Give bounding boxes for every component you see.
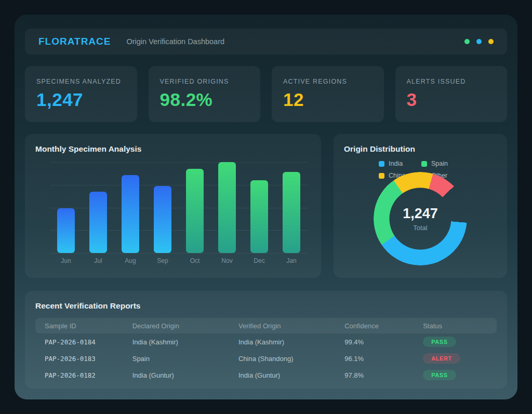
donut-chart: 1,247 Total [374,172,467,265]
x-tick-aug: Aug [114,257,147,264]
bar-chart-x-axis: JunJulAugSepOctNovDecJan [50,257,308,264]
window-dot-1[interactable] [476,39,482,44]
bar-chart-plot [50,162,308,253]
table-row[interactable]: PAP-2026-0183SpainChina (Shandong)96.1%A… [35,350,497,367]
stat-label: ACTIVE REGIONS [283,78,373,85]
bar-column-jan [275,162,308,253]
window-dot-2[interactable] [488,39,494,44]
cell-verified-origin: India (Guntur) [229,371,335,379]
column-header-2: Verified Origin [229,322,335,330]
bar-column-sep [147,162,179,253]
column-header-3: Confidence [335,322,414,330]
status-badge: PASS [423,370,456,380]
cell-status: ALERT [414,353,497,364]
x-tick-nov: Nov [211,257,243,264]
status-badge: ALERT [423,353,460,364]
bar-column-aug [114,162,147,253]
cell-sample-id: PAP-2026-0183 [35,355,123,363]
legend-item-spain[interactable]: Spain [421,160,462,167]
stat-value: 1,247 [36,89,126,110]
cell-status: PASS [414,370,497,380]
column-header-4: Status [414,322,497,330]
x-tick-sep: Sep [147,257,179,264]
dashboard-container: FLORATRACE Origin Verification Dashboard… [15,15,517,399]
header-subtitle: Origin Verification Dashboard [126,37,224,46]
app-header: FLORATRACE Origin Verification Dashboard [25,29,507,55]
bar-column-jul [82,162,114,253]
cell-confidence: 96.1% [335,355,414,363]
cell-sample-id: PAP-2026-0184 [35,338,123,346]
bar-column-jun [50,162,82,253]
window-control-dots [464,39,494,44]
cell-status: PASS [414,337,497,347]
donut-chart-title: Origin Distribution [344,144,497,154]
x-tick-oct: Oct [179,257,211,264]
table-row[interactable]: PAP-2026-0182India (Guntur)India (Guntur… [35,367,497,383]
bar-oct [186,169,204,253]
x-tick-dec: Dec [243,257,275,264]
bar-aug [122,175,139,253]
bar-chart-title: Monthly Specimen Analysis [35,144,311,154]
bar-column-dec [243,162,275,253]
column-header-1: Declared Origin [123,322,229,330]
stat-value: 98.2% [160,89,249,110]
bar-chart-card: Monthly Specimen Analysis JunJulAugSepOc… [25,134,321,278]
stat-card-0: SPECIMENS ANALYZED1,247 [25,66,137,122]
stat-label: ALERTS ISSUED [407,78,496,85]
x-tick-jul: Jul [82,257,114,264]
bar-nov [218,162,236,253]
legend-item-india[interactable]: India [379,160,419,167]
legend-swatch-spain [421,161,427,167]
donut-center: 1,247 Total [374,172,467,265]
stats-row: SPECIMENS ANALYZED1,247VERIFIED ORIGINS9… [25,66,507,122]
table-row[interactable]: PAP-2026-0184India (Kashmir)India (Kashm… [35,333,497,350]
table-header-row: Sample IDDeclared OriginVerified OriginC… [35,318,497,333]
stat-card-1: VERIFIED ORIGINS98.2% [149,66,261,122]
reports-card: Recent Verification Reports Sample IDDec… [25,291,507,389]
legend-label: India [389,160,403,167]
stat-label: VERIFIED ORIGINS [160,78,249,85]
bar-jun [57,208,75,253]
cell-confidence: 99.4% [335,338,414,346]
cell-verified-origin: India (Kashmir) [229,338,335,346]
donut-total-value: 1,247 [403,206,438,222]
table-body: PAP-2026-0184India (Kashmir)India (Kashm… [35,333,497,383]
stat-card-2: ACTIVE REGIONS12 [272,66,384,122]
status-badge: PASS [423,337,456,347]
charts-row: Monthly Specimen Analysis JunJulAugSepOc… [25,134,507,278]
bar-sep [154,186,171,253]
legend-swatch-india [379,161,384,167]
cell-declared-origin: Spain [123,355,229,363]
x-tick-jan: Jan [275,257,308,264]
bars-group [50,162,308,253]
cell-declared-origin: India (Kashmir) [123,338,229,346]
stat-label: SPECIMENS ANALYZED [36,78,126,85]
bar-dec [250,180,268,253]
bar-column-nov [211,162,243,253]
stat-value: 3 [407,89,496,110]
bar-column-oct [179,162,211,253]
cell-sample-id: PAP-2026-0182 [35,371,123,379]
donut-total-label: Total [413,224,427,232]
legend-label: Spain [431,160,448,167]
column-header-0: Sample ID [35,322,123,330]
stat-value: 12 [283,89,373,110]
cell-confidence: 97.8% [335,371,414,379]
bar-jul [89,192,107,253]
x-tick-jun: Jun [50,257,82,264]
gridline [50,253,308,253]
bar-jan [283,172,300,253]
reports-title: Recent Verification Reports [35,301,497,311]
donut-chart-card: Origin Distribution IndiaSpainChinaOther… [334,134,507,278]
brand-logo: FLORATRACE [38,36,111,47]
cell-declared-origin: India (Guntur) [123,371,229,379]
window-dot-0[interactable] [464,39,470,44]
cell-verified-origin: China (Shandong) [229,355,335,363]
stat-card-3: ALERTS ISSUED3 [395,66,508,122]
